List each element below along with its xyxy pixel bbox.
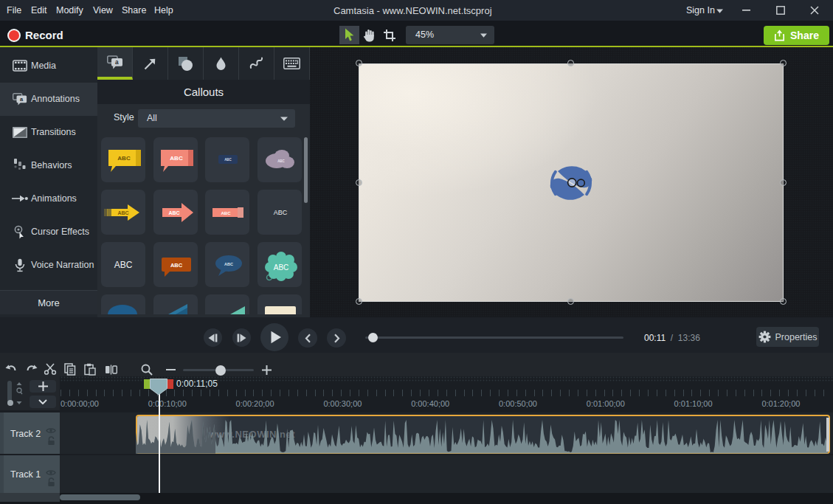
- svg-text:a: a: [115, 59, 119, 66]
- svg-text:ABC: ABC: [170, 155, 183, 162]
- svg-text:ABC: ABC: [277, 159, 285, 163]
- svg-text:ABC: ABC: [274, 263, 289, 272]
- svg-text:ABC: ABC: [114, 260, 133, 270]
- svg-text:ABC: ABC: [221, 211, 232, 215]
- svg-text:ABC: ABC: [170, 262, 183, 269]
- svg-text:ABC: ABC: [274, 209, 288, 216]
- svg-text:ABC: ABC: [117, 210, 128, 215]
- svg-text:ABC: ABC: [224, 262, 233, 266]
- svg-text:ABC: ABC: [168, 210, 179, 215]
- svg-text:ABC: ABC: [225, 158, 232, 162]
- svg-text:ABC: ABC: [117, 155, 131, 162]
